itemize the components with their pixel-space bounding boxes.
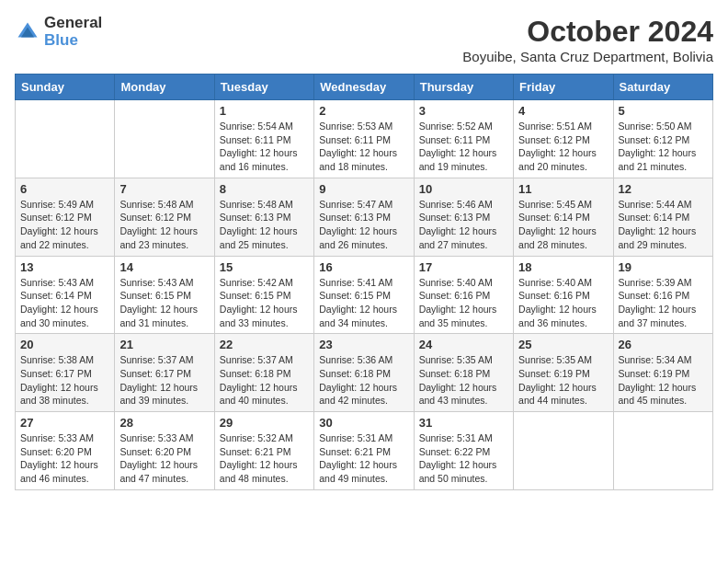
calendar-cell: 4Sunrise: 5:51 AM Sunset: 6:12 PM Daylig…: [514, 100, 613, 178]
location-title: Boyuibe, Santa Cruz Department, Bolivia: [462, 49, 713, 64]
day-info: Sunrise: 5:42 AM Sunset: 6:15 PM Dayligh…: [220, 276, 309, 330]
day-number: 21: [119, 338, 209, 351]
day-number: 11: [518, 182, 608, 196]
logo-icon: [15, 19, 40, 45]
calendar-cell: 24Sunrise: 5:35 AM Sunset: 6:18 PM Dayli…: [414, 334, 513, 412]
calendar-cell: 27Sunrise: 5:33 AM Sunset: 6:20 PM Dayli…: [16, 412, 115, 490]
weekday-header: Wednesday: [314, 75, 414, 100]
day-info: Sunrise: 5:54 AM Sunset: 6:11 PM Dayligh…: [220, 120, 309, 174]
calendar-cell: 15Sunrise: 5:42 AM Sunset: 6:15 PM Dayli…: [214, 256, 313, 334]
header: General Blue October 2024 Boyuibe, Santa…: [15, 15, 713, 64]
calendar-cell: [514, 412, 613, 490]
calendar-cell: 14Sunrise: 5:43 AM Sunset: 6:15 PM Dayli…: [115, 256, 214, 334]
day-info: Sunrise: 5:37 AM Sunset: 6:17 PM Dayligh…: [119, 353, 209, 408]
calendar-cell: 22Sunrise: 5:37 AM Sunset: 6:18 PM Dayli…: [214, 334, 313, 412]
calendar-cell: 23Sunrise: 5:36 AM Sunset: 6:18 PM Dayli…: [314, 334, 414, 412]
weekday-header: Friday: [514, 75, 613, 100]
logo-general: General: [44, 15, 102, 32]
day-number: 27: [20, 416, 109, 430]
calendar-week-row: 6Sunrise: 5:49 AM Sunset: 6:12 PM Daylig…: [16, 178, 713, 256]
calendar-week-row: 13Sunrise: 5:43 AM Sunset: 6:14 PM Dayli…: [16, 256, 713, 334]
calendar-cell: 7Sunrise: 5:48 AM Sunset: 6:12 PM Daylig…: [115, 178, 214, 256]
calendar-cell: [115, 100, 214, 178]
day-info: Sunrise: 5:51 AM Sunset: 6:12 PM Dayligh…: [518, 120, 608, 174]
day-number: 18: [518, 260, 608, 274]
day-number: 10: [419, 182, 508, 196]
calendar-cell: 9Sunrise: 5:47 AM Sunset: 6:13 PM Daylig…: [314, 178, 414, 256]
weekday-header-row: SundayMondayTuesdayWednesdayThursdayFrid…: [16, 75, 713, 100]
day-number: 1: [220, 104, 309, 118]
calendar-cell: 16Sunrise: 5:41 AM Sunset: 6:15 PM Dayli…: [314, 256, 414, 334]
calendar-table: SundayMondayTuesdayWednesdayThursdayFrid…: [15, 74, 713, 490]
day-info: Sunrise: 5:43 AM Sunset: 6:15 PM Dayligh…: [119, 276, 209, 330]
calendar-cell: 13Sunrise: 5:43 AM Sunset: 6:14 PM Dayli…: [16, 256, 115, 334]
calendar-cell: 21Sunrise: 5:37 AM Sunset: 6:17 PM Dayli…: [115, 334, 214, 412]
day-number: 30: [319, 416, 408, 430]
day-number: 8: [220, 182, 309, 196]
calendar-cell: 18Sunrise: 5:40 AM Sunset: 6:16 PM Dayli…: [514, 256, 613, 334]
day-info: Sunrise: 5:36 AM Sunset: 6:18 PM Dayligh…: [319, 353, 408, 408]
calendar-cell: 2Sunrise: 5:53 AM Sunset: 6:11 PM Daylig…: [314, 100, 414, 178]
day-number: 13: [20, 260, 109, 274]
day-number: 19: [619, 260, 708, 274]
logo-blue: Blue: [44, 32, 102, 50]
weekday-header: Monday: [115, 75, 214, 100]
weekday-header: Sunday: [16, 75, 115, 100]
calendar-cell: 28Sunrise: 5:33 AM Sunset: 6:20 PM Dayli…: [115, 412, 214, 490]
calendar-cell: 26Sunrise: 5:34 AM Sunset: 6:19 PM Dayli…: [613, 334, 712, 412]
calendar-cell: 20Sunrise: 5:38 AM Sunset: 6:17 PM Dayli…: [16, 334, 115, 412]
day-number: 16: [319, 260, 408, 274]
day-number: 17: [419, 260, 508, 274]
day-number: 7: [119, 182, 209, 196]
day-number: 5: [619, 104, 708, 118]
day-info: Sunrise: 5:34 AM Sunset: 6:19 PM Dayligh…: [619, 353, 708, 408]
calendar-cell: 29Sunrise: 5:32 AM Sunset: 6:21 PM Dayli…: [214, 412, 313, 490]
day-info: Sunrise: 5:53 AM Sunset: 6:11 PM Dayligh…: [319, 120, 408, 174]
calendar-week-row: 27Sunrise: 5:33 AM Sunset: 6:20 PM Dayli…: [16, 412, 713, 490]
day-number: 6: [20, 182, 109, 196]
calendar-cell: 5Sunrise: 5:50 AM Sunset: 6:12 PM Daylig…: [613, 100, 712, 178]
day-number: 29: [220, 416, 309, 430]
day-info: Sunrise: 5:38 AM Sunset: 6:17 PM Dayligh…: [20, 353, 109, 408]
day-info: Sunrise: 5:33 AM Sunset: 6:20 PM Dayligh…: [20, 431, 109, 486]
day-info: Sunrise: 5:50 AM Sunset: 6:12 PM Dayligh…: [619, 120, 708, 174]
calendar-cell: 6Sunrise: 5:49 AM Sunset: 6:12 PM Daylig…: [16, 178, 115, 256]
day-info: Sunrise: 5:43 AM Sunset: 6:14 PM Dayligh…: [20, 276, 109, 330]
day-info: Sunrise: 5:40 AM Sunset: 6:16 PM Dayligh…: [419, 276, 508, 330]
day-info: Sunrise: 5:52 AM Sunset: 6:11 PM Dayligh…: [419, 120, 508, 174]
day-info: Sunrise: 5:49 AM Sunset: 6:12 PM Dayligh…: [20, 198, 109, 252]
day-info: Sunrise: 5:44 AM Sunset: 6:14 PM Dayligh…: [619, 198, 708, 252]
day-info: Sunrise: 5:33 AM Sunset: 6:20 PM Dayligh…: [119, 431, 209, 486]
calendar-cell: 25Sunrise: 5:35 AM Sunset: 6:19 PM Dayli…: [514, 334, 613, 412]
title-area: October 2024 Boyuibe, Santa Cruz Departm…: [462, 15, 713, 64]
calendar-cell: [613, 412, 712, 490]
day-info: Sunrise: 5:39 AM Sunset: 6:16 PM Dayligh…: [619, 276, 708, 330]
day-info: Sunrise: 5:32 AM Sunset: 6:21 PM Dayligh…: [220, 431, 309, 486]
calendar-cell: 17Sunrise: 5:40 AM Sunset: 6:16 PM Dayli…: [414, 256, 513, 334]
logo: General Blue: [15, 15, 102, 49]
calendar-cell: 8Sunrise: 5:48 AM Sunset: 6:13 PM Daylig…: [214, 178, 313, 256]
day-number: 15: [220, 260, 309, 274]
calendar-cell: 10Sunrise: 5:46 AM Sunset: 6:13 PM Dayli…: [414, 178, 513, 256]
day-number: 2: [319, 104, 408, 118]
day-number: 22: [220, 338, 309, 351]
calendar-cell: 11Sunrise: 5:45 AM Sunset: 6:14 PM Dayli…: [514, 178, 613, 256]
calendar-cell: 1Sunrise: 5:54 AM Sunset: 6:11 PM Daylig…: [214, 100, 313, 178]
day-info: Sunrise: 5:35 AM Sunset: 6:19 PM Dayligh…: [518, 353, 608, 408]
day-number: 26: [619, 338, 708, 351]
calendar-week-row: 1Sunrise: 5:54 AM Sunset: 6:11 PM Daylig…: [16, 100, 713, 178]
day-info: Sunrise: 5:40 AM Sunset: 6:16 PM Dayligh…: [518, 276, 608, 330]
day-number: 25: [518, 338, 608, 351]
calendar-cell: 12Sunrise: 5:44 AM Sunset: 6:14 PM Dayli…: [613, 178, 712, 256]
day-info: Sunrise: 5:41 AM Sunset: 6:15 PM Dayligh…: [319, 276, 408, 330]
day-number: 23: [319, 338, 408, 351]
day-info: Sunrise: 5:31 AM Sunset: 6:21 PM Dayligh…: [319, 431, 408, 486]
month-title: October 2024: [462, 15, 713, 49]
day-info: Sunrise: 5:35 AM Sunset: 6:18 PM Dayligh…: [419, 353, 508, 408]
day-info: Sunrise: 5:31 AM Sunset: 6:22 PM Dayligh…: [419, 431, 508, 486]
day-info: Sunrise: 5:45 AM Sunset: 6:14 PM Dayligh…: [518, 198, 608, 252]
day-number: 9: [319, 182, 408, 196]
weekday-header: Saturday: [613, 75, 712, 100]
calendar-cell: 3Sunrise: 5:52 AM Sunset: 6:11 PM Daylig…: [414, 100, 513, 178]
weekday-header: Tuesday: [214, 75, 313, 100]
